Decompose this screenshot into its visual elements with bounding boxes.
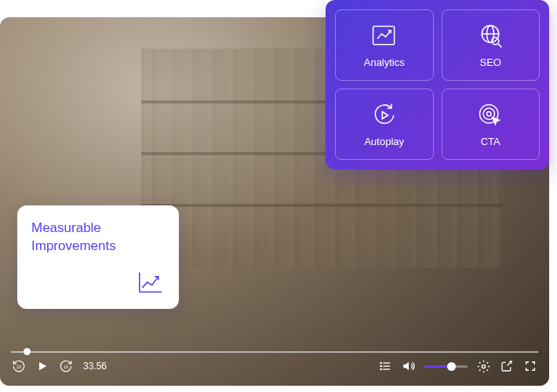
feature-tile-autoplay[interactable]: Autoplay (335, 89, 434, 160)
share-icon[interactable] (499, 358, 515, 374)
feature-tile-seo[interactable]: SEO (442, 9, 541, 81)
cta-icon (476, 101, 504, 129)
svg-line-16 (498, 44, 502, 48)
svg-point-20 (487, 112, 491, 116)
feature-label: SEO (480, 56, 501, 68)
volume-handle[interactable] (447, 362, 456, 371)
svg-point-10 (482, 365, 485, 368)
feature-tile-analytics[interactable]: Analytics (335, 9, 434, 81)
current-time: 33.56 (83, 361, 107, 372)
feature-label: CTA (481, 136, 501, 147)
play-icon[interactable] (35, 358, 50, 374)
seo-icon (476, 22, 504, 50)
feature-grid: Analytics SEO Autoplay CTA (326, 0, 549, 169)
svg-point-8 (380, 368, 381, 369)
forward-icon[interactable]: 10 (58, 358, 74, 374)
svg-point-6 (380, 362, 381, 363)
svg-marker-17 (382, 112, 388, 119)
volume-slider[interactable] (424, 365, 468, 368)
svg-point-7 (380, 365, 381, 366)
autoplay-icon (370, 101, 399, 129)
chapters-icon[interactable] (377, 358, 393, 374)
analytics-icon (370, 22, 399, 50)
rewind-icon[interactable]: 10 (11, 358, 27, 374)
callout-title: Measurable Improvements (31, 220, 165, 256)
player-controls: 10 10 33.56 (0, 347, 549, 386)
feature-label: Analytics (364, 56, 405, 68)
svg-marker-9 (403, 362, 409, 371)
feature-label: Autoplay (364, 136, 404, 147)
feature-tile-cta[interactable]: CTA (442, 89, 541, 160)
svg-marker-1 (39, 362, 46, 371)
callout-card: Measurable Improvements (17, 205, 179, 309)
volume-icon[interactable] (401, 358, 417, 374)
svg-text:10: 10 (64, 365, 68, 369)
fullscreen-icon[interactable] (522, 358, 538, 374)
svg-text:10: 10 (16, 365, 21, 369)
svg-marker-21 (492, 117, 501, 125)
settings-icon[interactable] (475, 358, 491, 374)
trend-up-icon (137, 270, 165, 298)
